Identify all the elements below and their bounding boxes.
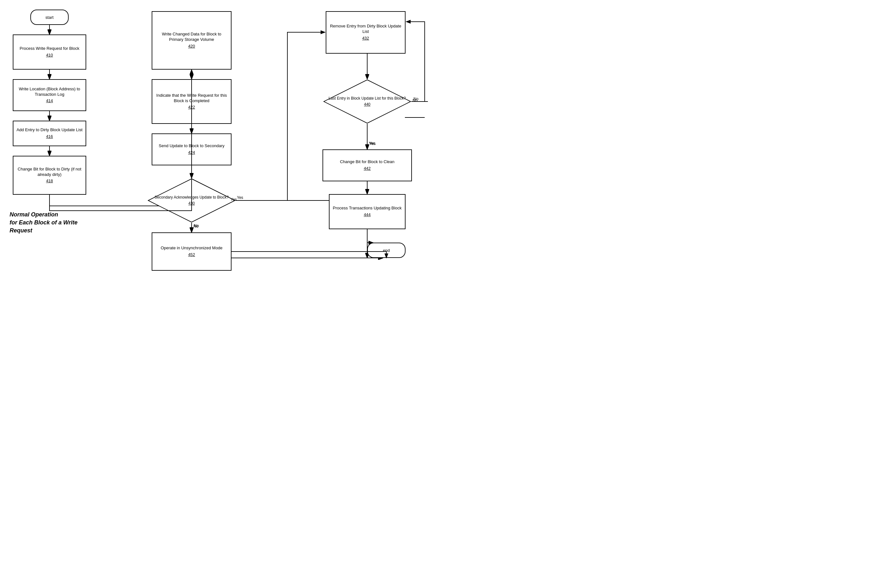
- caption: Normal Operation for Each Block of a Wri…: [10, 211, 99, 235]
- diamond-440: Last Entry in Block Update List for this…: [323, 79, 411, 124]
- start-label: start: [45, 15, 53, 20]
- box-424: Send Update to Block to Secondary 424: [152, 134, 231, 165]
- box422-text: Indicate that the Write Request for this…: [154, 93, 229, 104]
- box416-text: Add Entry to Dirty Block Update List: [16, 128, 83, 133]
- box-442: Change Bit for Block to Clean 442: [322, 149, 412, 182]
- box414-num: 414: [46, 98, 53, 104]
- box-418: Change Bit for Block to Dirty (if not al…: [13, 156, 86, 195]
- box432-num: 432: [362, 36, 369, 41]
- caption-line2: for Each Block of a Write Request: [10, 219, 99, 235]
- no-440-label-display: No: [414, 97, 418, 101]
- box444-text: Process Transactions Updating Block: [333, 206, 401, 211]
- box410-num: 410: [46, 52, 53, 58]
- yes-440-label-display: Yes: [369, 141, 376, 146]
- box432-text: Remove Entry from Dirty Block Update Lis…: [328, 24, 403, 34]
- box418-num: 418: [46, 178, 53, 184]
- box422-num: 422: [188, 105, 195, 110]
- box424-text: Send Update to Block to Secondary: [159, 143, 225, 149]
- box452-num: 452: [188, 252, 195, 258]
- flowchart-diagram: start Process Write Request for Block 41…: [0, 0, 436, 294]
- end-node: end: [367, 243, 405, 258]
- box-432: Remove Entry from Dirty Block Update Lis…: [326, 11, 405, 54]
- box-420: Write Changed Data for Block to Primary …: [152, 11, 231, 70]
- box410-text: Process Write Request for Block: [20, 46, 80, 51]
- box442-text: Change Bit for Block to Clean: [340, 159, 394, 165]
- end-label: end: [383, 248, 390, 253]
- yes-430-label-display: Yes: [237, 195, 243, 200]
- box418-text: Change Bit for Block to Dirty (if not al…: [15, 166, 84, 177]
- box444-num: 444: [364, 212, 371, 218]
- box-414: Write Location (Block Address) to Transa…: [13, 79, 86, 111]
- box420-num: 420: [188, 44, 195, 49]
- diamond-430: Secondary Acknowledges Update to Block? …: [147, 178, 236, 223]
- box420-text: Write Changed Data for Block to Primary …: [154, 32, 229, 42]
- caption-line1: Normal Operation: [10, 211, 99, 219]
- box452-text: Operate in Unsynchronized Mode: [160, 246, 222, 251]
- box-452: Operate in Unsynchronized Mode 452: [152, 232, 231, 271]
- box-410: Process Write Request for Block 410: [13, 34, 86, 70]
- box414-text: Write Location (Block Address) to Transa…: [15, 87, 84, 98]
- start-node: start: [30, 10, 69, 25]
- no-430-label-display: No: [194, 224, 199, 228]
- box-444: Process Transactions Updating Block 444: [329, 194, 405, 229]
- box442-num: 442: [364, 166, 371, 171]
- box-416: Add Entry to Dirty Block Update List 416: [13, 121, 86, 146]
- diamond-430-text: Secondary Acknowledges Update to Block? …: [152, 195, 232, 206]
- box424-num: 424: [188, 150, 195, 156]
- diamond-440-text: Last Entry in Block Update List for this…: [326, 96, 409, 107]
- box-422: Indicate that the Write Request for this…: [152, 79, 231, 124]
- box416-num: 416: [46, 134, 53, 140]
